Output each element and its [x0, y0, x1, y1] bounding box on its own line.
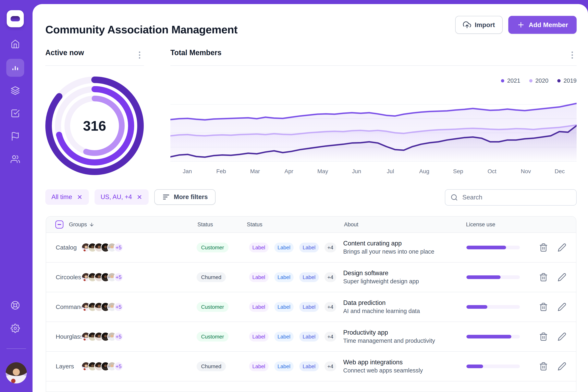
sidebar-item-home[interactable] — [6, 35, 24, 53]
labels-cell: LabelLabelLabel+4 — [249, 302, 336, 312]
avatar — [88, 391, 97, 392]
x-axis-label: Mar — [238, 168, 272, 175]
add-member-button[interactable]: Add Member — [508, 16, 577, 34]
column-header-about[interactable]: About — [344, 222, 359, 228]
label-badge: Label — [299, 332, 319, 342]
column-header-status[interactable]: Status — [197, 222, 213, 228]
column-header-license[interactable]: License use — [466, 222, 495, 228]
avatar-group: +5 — [81, 242, 123, 252]
avatar-group: +5 — [81, 362, 123, 371]
sidebar-item-layers[interactable] — [6, 82, 24, 100]
delete-row-button[interactable] — [538, 302, 549, 312]
about-title: Productivity app — [343, 328, 435, 337]
about-title: Data prediction — [343, 299, 420, 307]
active-now-menu-button[interactable] — [135, 49, 144, 61]
sidebar-item-analytics[interactable] — [6, 59, 24, 77]
edit-row-button[interactable] — [557, 242, 567, 253]
more-filters-label: More filters — [174, 193, 208, 201]
label-badge: Label — [299, 302, 319, 312]
sidebar-item-members[interactable] — [6, 150, 24, 168]
about-subtitle: Brings all your news into one place — [343, 248, 434, 256]
sidebar-item-tasks[interactable] — [6, 104, 24, 122]
delete-row-button[interactable] — [538, 331, 549, 342]
edit-row-button[interactable] — [557, 361, 567, 372]
main-panel: Community Association Management Import … — [32, 4, 588, 392]
sidebar-item-settings[interactable] — [6, 319, 24, 337]
table-row: Hourglass+5CustomerLabelLabelLabel+4Prod… — [46, 322, 576, 352]
about-cell: Web app integrationsConnect web apps sea… — [343, 358, 423, 374]
group-name: Catalog — [56, 244, 77, 251]
edit-row-button[interactable] — [557, 272, 567, 282]
total-members-title: Total Members — [170, 48, 577, 57]
filter-chip-time-label: All time — [51, 193, 72, 201]
labels-cell: LabelLabelLabel+4 — [249, 332, 336, 342]
table-row: Catalog+5CustomerLabelLabelLabel+4Conten… — [46, 233, 576, 262]
page-title: Community Association Management — [45, 23, 237, 36]
x-axis-label: Dec — [543, 168, 577, 175]
avatar-group: +5 — [81, 272, 123, 282]
pencil-icon — [558, 273, 567, 282]
delete-row-button[interactable] — [538, 242, 549, 253]
delete-row-button[interactable] — [538, 272, 549, 282]
status-badge: Churned — [196, 272, 226, 282]
filter-chip-time[interactable]: All time — [45, 189, 89, 205]
avatar-group — [81, 391, 117, 392]
trash-icon — [539, 273, 548, 282]
edit-row-button[interactable] — [557, 331, 567, 342]
column-header-groups[interactable]: Groups — [69, 222, 94, 228]
legend-label: 2020 — [535, 77, 549, 84]
total-members-card: Total Members 202120202019 JanFebMarAprM… — [170, 48, 577, 66]
about-cell: Data predictionAI and machine learning d… — [343, 299, 420, 315]
sidebar-item-flags[interactable] — [6, 128, 24, 145]
groups-table: Groups Status Status About License use C… — [46, 216, 577, 392]
label-badge: Label — [274, 362, 294, 371]
trash-icon — [539, 302, 548, 312]
legend-dot — [529, 79, 533, 82]
edit-row-button[interactable] — [557, 302, 567, 312]
label-overflow-badge: +4 — [325, 302, 336, 312]
avatar — [107, 391, 117, 392]
filter-chip-region[interactable]: US, AU, +4 — [95, 189, 149, 205]
gear-icon — [10, 324, 20, 333]
x-axis-label: Feb — [204, 168, 238, 175]
import-button[interactable]: Import — [455, 16, 503, 34]
avatar — [94, 391, 104, 392]
about-title: Web app integrations — [343, 358, 423, 366]
import-label: Import — [475, 21, 495, 29]
sidebar-item-support[interactable] — [6, 296, 24, 314]
about-cell: Content curating appBrings all your news… — [343, 239, 434, 256]
more-filters-button[interactable]: More filters — [154, 189, 215, 205]
about-subtitle: Time management and productivity — [343, 337, 435, 344]
analytics-icon — [10, 63, 20, 72]
remove-filter-icon[interactable] — [136, 194, 143, 200]
total-members-menu-button[interactable] — [568, 49, 577, 61]
avatar-overflow-badge: +5 — [114, 272, 123, 282]
user-avatar[interactable] — [6, 362, 27, 384]
label-badge: Label — [299, 242, 319, 252]
filter-chip-region-label: US, AU, +4 — [101, 193, 132, 201]
about-title: Content curating app — [343, 239, 434, 248]
active-now-card: Active now 316 — [45, 48, 144, 66]
delete-row-button[interactable] — [538, 361, 549, 372]
remove-filter-icon[interactable] — [77, 194, 83, 200]
group-name: Hourglass — [56, 333, 83, 340]
life-buoy-icon — [10, 300, 20, 310]
x-axis-label: Jan — [170, 168, 204, 175]
labels-cell: LabelLabelLabel+4 — [249, 362, 336, 371]
column-header-status-2[interactable]: Status — [247, 222, 262, 228]
legend-label: 2021 — [507, 77, 520, 84]
layers-icon — [10, 86, 20, 95]
avatar-overflow-badge: +5 — [114, 362, 123, 371]
search-input[interactable] — [462, 194, 571, 201]
active-now-header: Active now — [45, 48, 144, 66]
filter-row: All time US, AU, +4 More filters — [45, 189, 577, 206]
chart-legend: 202120202019 — [501, 77, 577, 84]
legend-label: 2019 — [563, 77, 577, 84]
select-all-checkbox[interactable] — [55, 220, 63, 228]
active-now-donut-chart: 316 — [44, 75, 145, 177]
label-badge: Label — [274, 302, 294, 312]
license-progress-bar — [466, 364, 520, 368]
brand-logo[interactable] — [7, 10, 24, 27]
avatar-overflow-badge: +5 — [114, 332, 123, 342]
trash-icon — [539, 243, 548, 252]
